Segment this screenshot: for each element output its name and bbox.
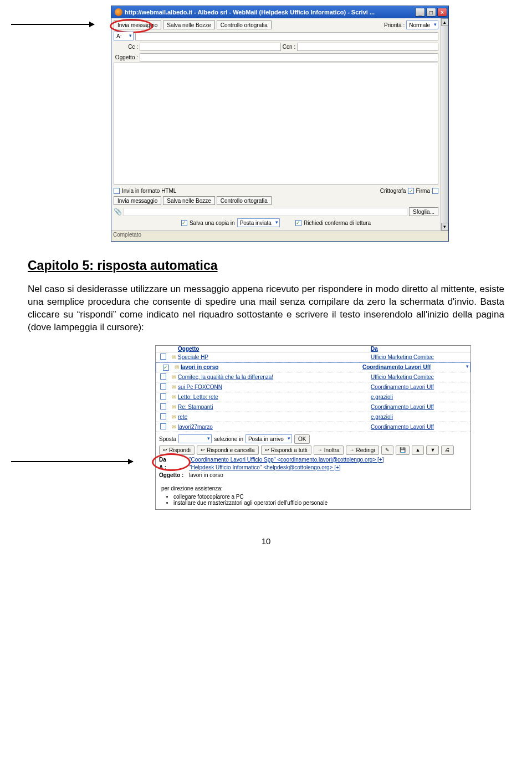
priority-select[interactable]: Normale [406, 21, 438, 29]
save-copy-checkbox[interactable]: ✓ Salva una copia in Posta inviata [181, 218, 280, 227]
row-from[interactable]: Ufficio Marketing Comitec [371, 374, 470, 380]
chapter-paragraph: Nel caso si desiderasse utilizzare un me… [28, 283, 504, 334]
subject-input[interactable] [140, 53, 438, 62]
inbox-row[interactable]: ✉retee.grazioli [156, 412, 470, 422]
row-from[interactable]: Coordinamento Lavori Uff [371, 424, 470, 430]
inbox-row[interactable]: ✓✉lavori in corsoCoordinamento Lavori Uf… [156, 362, 470, 372]
move-ok-button[interactable]: OK [294, 434, 310, 444]
envelope-icon: ✉ [170, 354, 178, 360]
row-from[interactable]: e.grazioli [371, 414, 470, 420]
col-from[interactable]: Da [371, 346, 470, 352]
inbox-header: Oggetto Da [156, 346, 470, 352]
row-checkbox[interactable] [160, 383, 166, 390]
row-checkbox[interactable] [160, 354, 166, 360]
row-checkbox[interactable] [160, 393, 166, 400]
envelope-icon: ✉ [170, 414, 178, 420]
envelope-icon: ✉ [170, 394, 178, 400]
to-selector[interactable]: A: [114, 32, 134, 40]
redirect-icon: → [350, 447, 355, 453]
window-titlebar: http://webmail.albedo.it - Albedo srl - … [111, 6, 448, 18]
up-button[interactable]: ▲ [412, 445, 424, 455]
forward-icon: → [318, 447, 323, 453]
row-subject[interactable]: Comitec, la qualità che fa la differenza… [178, 374, 371, 380]
row-from[interactable]: e.grazioli [371, 394, 470, 400]
save-copy-folder-select[interactable]: Posta inviata [237, 218, 280, 227]
envelope-icon: ✉ [173, 364, 181, 370]
row-subject[interactable]: Re: Stampanti [178, 404, 371, 410]
inbox-row[interactable]: ✉sui Pc FOXCONNCoordinamento Lavori Uff [156, 382, 470, 392]
scroll-up-icon[interactable]: ▴ [441, 18, 448, 26]
message-preview: per direzione assistenza: collegare foto… [156, 482, 470, 509]
minimize-button[interactable]: _ [415, 8, 425, 17]
row-checkbox[interactable] [160, 403, 166, 409]
row-checkbox[interactable]: ✓ [163, 365, 169, 371]
priority-label: Priorità : [384, 22, 405, 28]
inbox-row[interactable]: ✉Re: StampantiCoordinamento Lavori Uff [156, 402, 470, 412]
attachment-field[interactable] [124, 208, 407, 216]
receipt-checkbox[interactable]: ✓ Richiedi conferma di lettura [295, 220, 371, 226]
inbox-panel: Oggetto Da ✉Speciale HPUfficio Marketing… [155, 345, 471, 510]
move-sel-label: selezione in [214, 436, 243, 442]
maximize-button[interactable]: □ [426, 8, 436, 17]
row-subject[interactable]: rete [178, 414, 371, 420]
close-button[interactable]: × [437, 8, 447, 17]
to-input[interactable] [135, 32, 438, 40]
move-label: Sposta [159, 436, 176, 442]
row-checkbox[interactable] [160, 413, 166, 419]
message-body[interactable] [114, 63, 438, 185]
move-folder-select[interactable]: Posta in arrivo [245, 434, 292, 443]
browse-button[interactable]: Sfoglia... [409, 207, 438, 216]
html-checkbox[interactable]: Invia in formato HTML [114, 188, 176, 194]
cc-input[interactable] [140, 43, 281, 51]
sign-checkbox[interactable]: Firma [416, 188, 438, 194]
subject-label: Oggetto : [114, 54, 138, 60]
print-button[interactable]: 🖨 [441, 445, 454, 455]
row-subject[interactable]: Letto: Letto: rete [178, 394, 371, 400]
attachment-icon: 📎 [114, 208, 122, 216]
to-value[interactable]: "Helpdesk Ufficio Informatico" <helpdesk… [189, 464, 341, 470]
up-icon: ▲ [416, 447, 421, 453]
save-draft-button-bottom[interactable]: Salva nelle Bozze [163, 196, 215, 205]
row-from[interactable]: Coordinamento Lavori Uff [362, 364, 462, 370]
save-draft-button[interactable]: Salva nelle Bozze [163, 21, 215, 29]
row-subject[interactable]: lavori in corso [181, 364, 362, 370]
row-from[interactable]: Coordinamento Lavori Uff [371, 384, 470, 390]
inbox-row[interactable]: ✉Letto: Letto: retee.grazioli [156, 392, 470, 402]
inbox-row[interactable]: ✉Comitec, la qualità che fa la differenz… [156, 372, 470, 382]
tool-button-1[interactable]: ✎ [381, 445, 393, 455]
send-button-bottom[interactable]: Invia messaggio [114, 196, 161, 205]
reply-delete-button[interactable]: ↩Rispondi e cancella [197, 445, 259, 455]
forward-button[interactable]: →Inoltra [314, 445, 344, 455]
annotation-arrow-top [11, 24, 94, 25]
row-from[interactable]: Coordinamento Lavori Uff [371, 404, 470, 410]
row-subject[interactable]: Speciale HP [178, 354, 371, 360]
row-from[interactable]: Ufficio Marketing Comitec [371, 354, 470, 360]
row-subject[interactable]: sui Pc FOXCONN [178, 384, 371, 390]
scroll-down-icon[interactable]: ▾ [441, 223, 448, 231]
row-checkbox[interactable] [160, 423, 166, 429]
tool-icon: ✎ [385, 447, 390, 453]
from-value[interactable]: "Coordinamento Lavori Ufficio Spp" <coor… [189, 457, 383, 463]
ccn-input[interactable] [297, 43, 438, 51]
chapter-title: Capitolo 5: risposta automatica [28, 258, 504, 273]
col-subject[interactable]: Oggetto [178, 346, 371, 352]
spellcheck-button-bottom[interactable]: Controllo ortografia [217, 196, 272, 205]
reply-all-icon: ↩ [265, 447, 269, 453]
row-subject[interactable]: lavori27marzo [178, 424, 371, 430]
move-select[interactable] [178, 434, 212, 443]
cc-label: Cc : [114, 44, 138, 50]
reply-all-button[interactable]: ↩Rispondi a tutti [261, 445, 311, 455]
annotation-circle-reply [152, 453, 191, 471]
spellcheck-button[interactable]: Controllo ortografia [217, 21, 272, 29]
inbox-row[interactable]: ✉Speciale HPUfficio Marketing Comitec [156, 352, 470, 362]
envelope-icon: ✉ [170, 374, 178, 380]
scrollbar[interactable]: ▴ ▾ [441, 18, 448, 231]
inbox-row[interactable]: ✉lavori27marzoCoordinamento Lavori Uff [156, 422, 470, 432]
envelope-icon: ✉ [170, 404, 178, 410]
row-checkbox[interactable] [160, 373, 166, 380]
encrypt-checkbox[interactable]: Crittografa✓ [380, 188, 415, 194]
annotation-arrow-bottom [11, 461, 133, 462]
redirect-button[interactable]: →Redirigi [346, 445, 379, 455]
tool-button-2[interactable]: 💾 [396, 445, 410, 455]
down-button[interactable]: ▼ [426, 445, 439, 455]
